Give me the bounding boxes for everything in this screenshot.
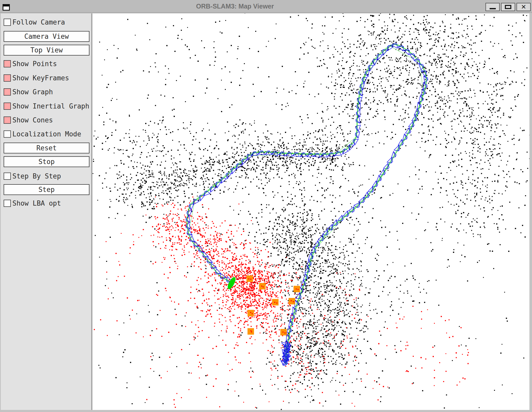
show-graph-checkbox[interactable]: [4, 88, 11, 96]
show-keyframes-checkbox[interactable]: [4, 74, 11, 82]
sidebar-panel: Follow CameraCamera ViewTop ViewShow Poi…: [1, 13, 92, 410]
show-inertial-graph-checkbox[interactable]: [4, 103, 11, 110]
maximize-button[interactable]: [501, 3, 515, 11]
show-graph-label: Show Graph: [12, 88, 53, 96]
step-button[interactable]: Step: [4, 184, 89, 195]
localization-mode-checkbox[interactable]: [4, 130, 11, 138]
minimize-icon: [490, 8, 496, 9]
camera-view-button[interactable]: Camera View: [4, 31, 89, 42]
show-inertial-graph-label: Show Inertial Graph: [12, 103, 89, 110]
show-cones-label: Show Cones: [12, 116, 53, 124]
step-by-step-row: Step By Step: [1, 173, 91, 180]
show-inertial-graph-row: Show Inertial Graph: [1, 103, 91, 110]
follow-camera-label: Follow Camera: [12, 19, 65, 26]
app-window: ORB-SLAM3: Map Viewer ✕ Follow CameraCam…: [0, 0, 532, 412]
follow-camera-row: Follow Camera: [1, 19, 91, 26]
map-viewport[interactable]: [93, 13, 529, 410]
localization-mode-label: Localization Mode: [12, 130, 81, 138]
close-icon: ✕: [517, 4, 530, 10]
step-by-step-label: Step By Step: [12, 173, 61, 180]
show-points-checkbox[interactable]: [4, 60, 11, 67]
show-cones-row: Show Cones: [1, 116, 91, 124]
window-title: ORB-SLAM3: Map Viewer: [0, 3, 470, 10]
stop-button[interactable]: Stop: [4, 156, 89, 167]
close-button[interactable]: ✕: [516, 3, 531, 11]
minimize-button[interactable]: [485, 3, 500, 11]
show-keyframes-label: Show KeyFrames: [12, 74, 69, 82]
show-lba-opt-checkbox[interactable]: [4, 200, 11, 207]
maximize-icon: [505, 5, 511, 9]
localization-mode-row: Localization Mode: [1, 130, 91, 138]
window-titlebar[interactable]: ORB-SLAM3: Map Viewer ✕: [0, 0, 532, 13]
show-lba-opt-label: Show LBA opt: [12, 200, 61, 207]
show-cones-checkbox[interactable]: [4, 116, 11, 124]
follow-camera-checkbox[interactable]: [4, 19, 11, 26]
show-graph-row: Show Graph: [1, 88, 91, 96]
show-points-row: Show Points: [1, 60, 91, 68]
show-lba-opt-row: Show LBA opt: [1, 200, 91, 207]
reset-button[interactable]: Reset: [4, 143, 89, 153]
step-by-step-checkbox[interactable]: [4, 173, 11, 180]
show-points-label: Show Points: [12, 60, 57, 68]
top-view-button[interactable]: Top View: [4, 45, 89, 56]
show-keyframes-row: Show KeyFrames: [1, 74, 91, 82]
